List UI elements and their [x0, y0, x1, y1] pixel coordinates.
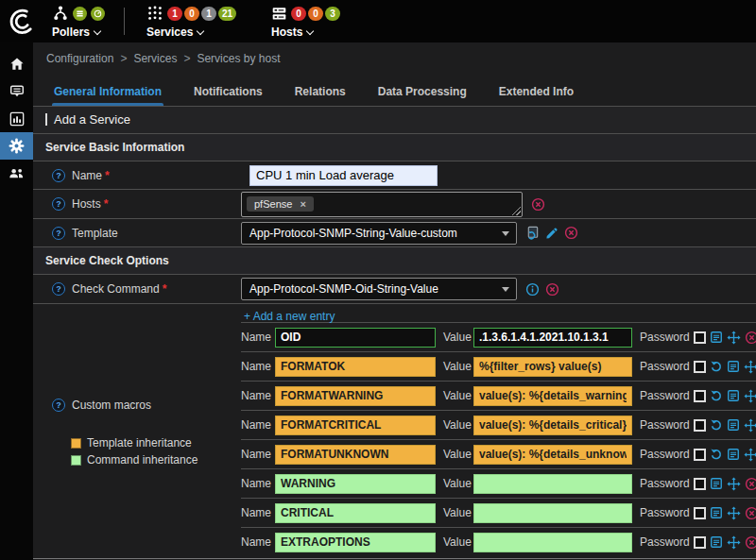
macro-password-label: Password [640, 535, 690, 549]
macro-value-input[interactable] [473, 503, 632, 523]
sidebar-item-home[interactable] [0, 50, 33, 77]
breadcrumb-item[interactable]: Configuration [46, 52, 113, 65]
description-icon[interactable] [710, 535, 723, 549]
tab-general-information[interactable]: General Information [52, 85, 163, 106]
resize-handle[interactable] [512, 207, 521, 215]
left-sidebar [0, 42, 33, 560]
add-new-entry-link[interactable]: + Add a new entry [241, 304, 345, 322]
service-name-input[interactable] [249, 165, 438, 186]
macro-value-input[interactable] [473, 445, 632, 465]
macro-name-input[interactable] [275, 503, 436, 523]
macro-value-label: Value [443, 331, 470, 344]
tab-notifications[interactable]: Notifications [192, 85, 265, 106]
macro-password-checkbox[interactable] [694, 361, 706, 373]
description-icon[interactable] [727, 448, 740, 461]
macro-name-input[interactable] [275, 328, 436, 348]
delete-icon[interactable] [564, 226, 578, 240]
host-chip[interactable]: pfSense × [247, 196, 314, 212]
macro-value-input[interactable] [473, 386, 632, 406]
macro-password-checkbox[interactable] [694, 478, 706, 490]
delete-icon[interactable] [745, 535, 756, 550]
sidebar-item-configuration[interactable] [0, 132, 33, 160]
document-refresh-icon[interactable] [525, 226, 540, 240]
help-icon[interactable]: ? [52, 227, 65, 240]
title-pipe [45, 113, 47, 126]
macro-password-checkbox[interactable] [694, 331, 706, 344]
move-icon[interactable] [744, 448, 756, 462]
description-icon[interactable] [727, 389, 740, 402]
macro-name-input[interactable] [275, 445, 436, 465]
tab-data-processing[interactable]: Data Processing [376, 85, 469, 106]
sidebar-item-reporting[interactable] [0, 105, 33, 132]
macro-name-input[interactable] [275, 416, 436, 435]
macro-password-checkbox[interactable] [694, 536, 706, 549]
tab-relations[interactable]: Relations [293, 85, 348, 106]
macro-value-input[interactable] [473, 357, 632, 377]
help-icon[interactable]: ? [52, 169, 65, 182]
description-icon[interactable] [710, 477, 723, 490]
undo-icon[interactable] [710, 389, 723, 402]
delete-icon[interactable] [745, 477, 756, 491]
hosts-menu[interactable]: 003 Hosts [271, 5, 340, 39]
macro-row: Name Value Password [241, 351, 756, 381]
help-icon[interactable]: ? [52, 197, 65, 211]
template-select[interactable]: App-Protocol-SNMP-String-Value-custom [241, 222, 517, 245]
chip-remove-icon[interactable]: × [300, 198, 305, 210]
info-icon[interactable] [525, 282, 540, 297]
breadcrumb-item[interactable]: Services [133, 52, 177, 65]
status-badge: 0 [291, 7, 306, 21]
help-icon[interactable]: ? [52, 399, 65, 412]
pollers-menu[interactable]: Pollers [52, 5, 105, 39]
move-icon[interactable] [727, 535, 741, 550]
help-icon[interactable]: ? [52, 282, 65, 296]
undo-icon[interactable] [710, 360, 723, 373]
custom-macros-row: ? Custom macros Template inheritance Com… [33, 304, 756, 559]
macro-password-checkbox[interactable] [694, 449, 706, 461]
hosts-multiselect[interactable]: pfSense × [241, 192, 523, 217]
move-icon[interactable] [744, 360, 756, 374]
description-icon[interactable] [727, 418, 740, 432]
macro-name-input[interactable] [275, 533, 436, 552]
check-command-select[interactable]: App-Protocol-SNMP-Oid-String-Value [241, 278, 517, 300]
macro-value-input[interactable] [473, 416, 632, 435]
delete-icon[interactable] [745, 331, 756, 345]
macro-row: Name Value Password [241, 410, 756, 439]
macro-name-input[interactable] [275, 386, 436, 406]
delete-icon[interactable] [745, 506, 756, 520]
delete-icon[interactable] [545, 282, 559, 297]
macro-value-input[interactable] [473, 474, 632, 494]
move-icon[interactable] [727, 477, 741, 491]
macro-value-input[interactable] [473, 328, 632, 348]
sidebar-item-monitoring[interactable] [0, 77, 33, 105]
macro-name-label: Name [241, 448, 271, 461]
status-badge: 1 [201, 7, 216, 21]
undo-icon[interactable] [710, 418, 723, 432]
macro-password-checkbox[interactable] [694, 419, 706, 432]
breadcrumb-item[interactable]: Services by host [197, 52, 280, 65]
delete-icon[interactable] [531, 197, 545, 212]
name-field-label: Name [72, 169, 102, 182]
description-icon[interactable] [710, 506, 723, 519]
macro-password-label: Password [640, 389, 690, 402]
move-icon[interactable] [727, 331, 741, 345]
macro-name-input[interactable] [275, 357, 436, 377]
sidebar-item-administration[interactable] [0, 160, 33, 187]
macro-password-checkbox[interactable] [694, 507, 706, 519]
macro-name-input[interactable] [275, 474, 436, 494]
tab-extended-info[interactable]: Extended Info [497, 85, 576, 106]
pollers-icon [52, 5, 69, 22]
macro-password-checkbox[interactable] [694, 390, 706, 402]
top-header: Pollers 10121 Services 003 Hosts [0, 0, 756, 42]
services-menu[interactable]: 10121 Services [146, 5, 236, 39]
centreon-logo-icon[interactable] [3, 3, 41, 41]
macro-password-label: Password [640, 448, 690, 461]
description-icon[interactable] [727, 360, 740, 373]
edit-icon[interactable] [545, 227, 558, 240]
description-icon[interactable] [710, 331, 723, 344]
move-icon[interactable] [744, 389, 756, 403]
move-icon[interactable] [727, 506, 741, 520]
move-icon[interactable] [744, 418, 756, 433]
hosts-icon [271, 6, 287, 22]
macro-value-input[interactable] [473, 533, 632, 552]
undo-icon[interactable] [710, 448, 723, 461]
